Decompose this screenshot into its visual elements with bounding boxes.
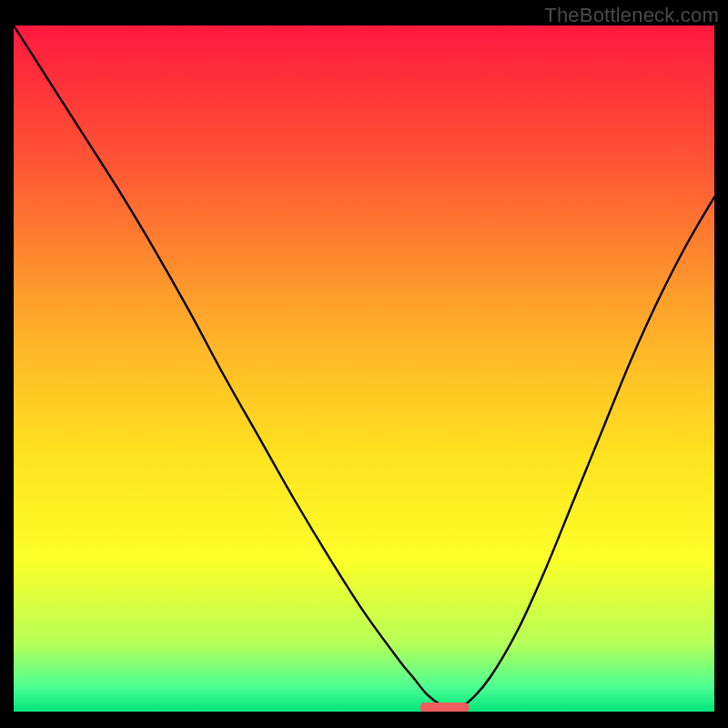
optimal-marker xyxy=(420,703,470,712)
watermark-text: TheBottleneck.com xyxy=(544,4,719,27)
chart-frame: TheBottleneck.com xyxy=(0,0,728,728)
chart-svg xyxy=(14,25,714,712)
plot-area xyxy=(14,25,714,712)
gradient-rect xyxy=(14,25,714,712)
